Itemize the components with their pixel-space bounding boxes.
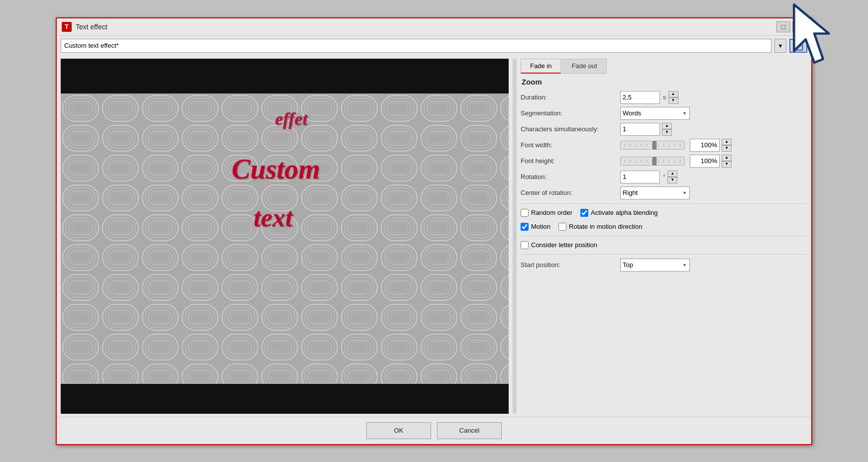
segmentation-row: Segmentation: Words Characters Lines <box>521 106 807 121</box>
close-button[interactable]: ✕ <box>792 21 806 32</box>
center-rotation-control: Right Left Center Top Bottom <box>620 186 807 199</box>
alpha-blending-label: Activate alpha blending <box>591 209 657 216</box>
segmentation-select[interactable]: Words Characters Lines <box>620 107 690 120</box>
duration-down[interactable]: ▼ <box>668 97 678 104</box>
segmentation-control: Words Characters Lines <box>620 107 807 120</box>
title-bar-buttons: □ ✕ <box>776 21 806 32</box>
duration-control: s ▲ ▼ <box>620 91 807 104</box>
tab-fade-in[interactable]: Fade in <box>521 59 561 74</box>
preview-text-effect: effet <box>275 108 307 129</box>
preview-canvas: effet Custom text <box>61 93 509 384</box>
title-bar: T Text effect □ ✕ <box>57 18 811 36</box>
start-position-select[interactable]: Top Bottom Left Right Center <box>620 259 690 272</box>
save-icon <box>793 40 804 51</box>
font-width-input[interactable] <box>690 139 720 152</box>
font-height-up[interactable]: ▲ <box>722 155 732 161</box>
rotation-label: Rotation: <box>521 173 620 181</box>
font-width-label: Font width: <box>521 141 620 149</box>
random-order-checkbox[interactable] <box>521 209 529 217</box>
font-height-slider[interactable] <box>620 157 685 166</box>
checkbox-group-2: Motion Rotate in motion direction <box>521 221 807 233</box>
svg-rect-10 <box>61 93 509 384</box>
font-width-row: Font width: <box>521 138 807 153</box>
rotation-up[interactable]: ▲ <box>667 171 677 177</box>
rotate-motion-checkbox-item[interactable]: Rotate in motion direction <box>558 223 642 231</box>
divider-3 <box>521 254 807 255</box>
rotation-spinner: ▲ ▼ <box>667 171 677 184</box>
effect-dropdown-bar: Custom text effect* ▼ <box>57 36 811 56</box>
duration-up[interactable]: ▲ <box>668 91 678 97</box>
font-height-down[interactable]: ▼ <box>722 161 732 168</box>
cancel-button[interactable]: Cancel <box>437 422 502 439</box>
font-height-spinner: ▲ ▼ <box>722 155 732 168</box>
duration-row: Duration: s ▲ ▼ <box>521 90 807 105</box>
characters-input[interactable] <box>620 123 660 136</box>
divider-2 <box>521 236 807 236</box>
start-position-row: Start position: Top Bottom Left Right Ce… <box>521 258 807 273</box>
duration-unit: s <box>663 93 666 101</box>
checkbox-group-1: Random order Activate alpha blending <box>521 207 807 219</box>
random-order-checkbox-item[interactable]: Random order <box>521 209 572 217</box>
rotation-control: ° ▲ ▼ <box>620 171 807 184</box>
font-width-control: ▲ ▼ <box>620 139 807 152</box>
preview-text-sub: text <box>254 203 293 232</box>
font-height-input[interactable] <box>690 155 720 168</box>
rotation-down[interactable]: ▼ <box>667 177 677 184</box>
app-icon: T <box>62 22 72 32</box>
characters-down[interactable]: ▼ <box>662 129 672 136</box>
start-position-control: Top Bottom Left Right Center <box>620 259 807 272</box>
rotation-unit: ° <box>663 173 665 181</box>
preview-top-bar <box>61 59 509 93</box>
tabs: Fade in Fade out <box>521 59 807 74</box>
alpha-blending-checkbox-item[interactable]: Activate alpha blending <box>580 209 657 217</box>
svg-rect-2 <box>796 42 798 44</box>
font-height-row: Font height: <box>521 154 807 169</box>
ok-button[interactable]: OK <box>366 422 431 439</box>
zoom-section-header: Zoom <box>521 78 807 86</box>
duration-spinner: ▲ ▼ <box>668 91 678 104</box>
segmentation-label: Segmentation: <box>521 109 620 117</box>
letter-position-checkbox[interactable] <box>521 241 529 249</box>
minimize-button[interactable]: □ <box>776 21 790 32</box>
characters-up[interactable]: ▲ <box>662 123 672 129</box>
checkbox-group-3: Consider letter position <box>521 239 807 251</box>
main-content: effet Custom text Fade in Fade out <box>57 56 811 417</box>
alpha-blending-checkbox[interactable] <box>580 209 588 217</box>
random-order-label: Random order <box>531 209 572 216</box>
tab-fade-out[interactable]: Fade out <box>562 59 606 74</box>
motion-checkbox[interactable] <box>521 223 529 231</box>
characters-label: Characters simultaneously: <box>521 125 620 133</box>
font-width-up[interactable]: ▲ <box>722 139 732 145</box>
save-button[interactable] <box>789 39 807 53</box>
characters-control: ▲ ▼ <box>620 123 807 136</box>
font-width-slider[interactable] <box>620 141 685 150</box>
preview-area: effet Custom text <box>61 59 509 414</box>
effect-dropdown-arrow[interactable]: ▼ <box>774 39 786 53</box>
font-height-control: ▲ ▼ <box>620 155 807 168</box>
center-rotation-combo-wrapper: Right Left Center Top Bottom <box>620 186 690 199</box>
segmentation-combo-wrapper: Words Characters Lines <box>620 107 690 120</box>
font-width-down[interactable]: ▼ <box>722 145 732 152</box>
characters-row: Characters simultaneously: ▲ ▼ <box>521 122 807 137</box>
rotation-row: Rotation: ° ▲ ▼ <box>521 170 807 185</box>
motion-checkbox-item[interactable]: Motion <box>521 223 550 231</box>
divider-1 <box>521 203 807 204</box>
duration-input[interactable] <box>620 91 660 104</box>
rotate-motion-label: Rotate in motion direction <box>569 223 642 230</box>
rotate-motion-checkbox[interactable] <box>558 223 566 231</box>
center-rotation-label: Center of rotation: <box>521 189 620 196</box>
duration-label: Duration: <box>521 93 620 101</box>
effect-select[interactable]: Custom text effect* <box>61 39 771 53</box>
text-effect-dialog: T Text effect □ ✕ Custom text effect* ▼ <box>56 17 812 445</box>
form-grid: Duration: s ▲ ▼ Segmentation: <box>521 90 807 200</box>
letter-position-checkbox-item[interactable]: Consider letter position <box>521 241 597 249</box>
font-height-label: Font height: <box>521 157 620 165</box>
rotation-input[interactable] <box>620 171 660 184</box>
center-rotation-row: Center of rotation: Right Left Center To… <box>521 185 807 200</box>
resize-handle[interactable] <box>513 59 517 414</box>
preview-bottom-bar <box>61 384 509 414</box>
start-position-label: Start position: <box>521 261 620 269</box>
center-rotation-select[interactable]: Right Left Center Top Bottom <box>620 186 690 199</box>
bottom-bar: OK Cancel <box>57 417 811 444</box>
preview-background <box>61 93 509 384</box>
